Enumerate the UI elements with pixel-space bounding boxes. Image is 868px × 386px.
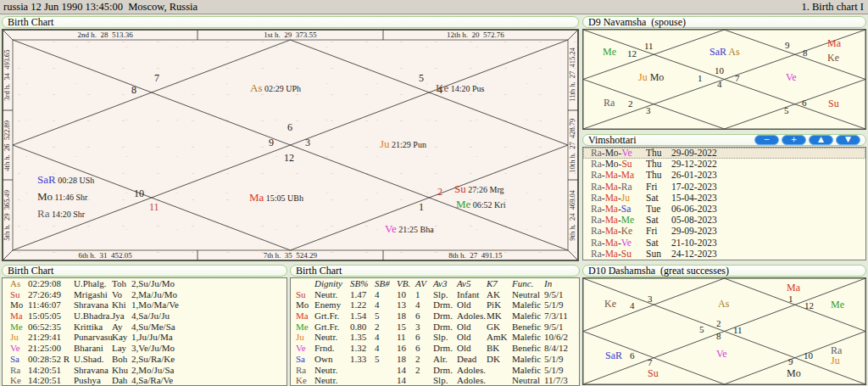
dasha-row[interactable]: Ra-Ma-SuSun24-12-2023 bbox=[583, 249, 865, 260]
planet-abbr-su: Su bbox=[10, 289, 20, 300]
table-cell: 21:29:41 bbox=[28, 332, 61, 343]
table-cell: 21:25:00 bbox=[28, 343, 61, 354]
dasha-lords: Ra-Ma-Ke bbox=[591, 226, 632, 237]
dasha-minus-button[interactable]: − bbox=[754, 135, 779, 145]
rasi-chart[interactable]: 2nd h. 28 513.361st h. 29 373.5512th h. … bbox=[2, 29, 579, 261]
planet-label: Su bbox=[828, 97, 839, 109]
planet-label: Ju bbox=[831, 354, 840, 366]
column-header: AV bbox=[415, 278, 426, 289]
table-cell: 1.33 bbox=[350, 354, 366, 365]
dasha-weekday: Sat bbox=[646, 215, 659, 226]
house-number: 2 bbox=[716, 318, 721, 328]
planet-abbr-ju: Ju bbox=[10, 332, 19, 343]
table-cell: 15 bbox=[397, 322, 406, 333]
planet-abbr-sa: Sa bbox=[10, 354, 19, 365]
table-cell: GK bbox=[487, 322, 500, 333]
table-cell: Bharani bbox=[74, 343, 103, 354]
table-cell: 1.22 bbox=[350, 299, 366, 310]
table-cell: Dead bbox=[457, 354, 476, 365]
table-cell: Old bbox=[457, 332, 471, 343]
table-row: JuNeutr.1.354116Slp.OldAmKMalefic10/6/2 bbox=[291, 332, 579, 343]
dasha-lords: Ra-Ma-Su bbox=[591, 249, 632, 260]
planet-label: Ju Mo bbox=[638, 70, 664, 83]
house-number: 6 bbox=[287, 122, 292, 132]
dasha-list[interactable]: Ra-Mo-VeThu29-09-2022Ra-Mo-SuThu29-12-20… bbox=[582, 147, 866, 260]
panel-title: Birth Chart bbox=[8, 266, 53, 276]
table-cell: Drm. bbox=[433, 343, 453, 354]
planet-label: Ma bbox=[827, 36, 841, 49]
table-cell: Lay bbox=[112, 343, 126, 354]
table-cell: 1.32 bbox=[350, 343, 366, 354]
title-bar: russia 12 Jun 1990 13:45:00 Moscow, Russ… bbox=[0, 0, 868, 14]
planet-abbr-me: Me bbox=[831, 299, 844, 310]
planet-label: Ju 21:29 Pun bbox=[380, 137, 426, 150]
table-row: MaGrt.Fr.1.545186Drm.Adoles.MKMalefic7/3… bbox=[291, 310, 579, 322]
dasha-row[interactable]: Ra-Ma-JuSat15-04-2023 bbox=[583, 193, 865, 204]
table-cell: PiK bbox=[487, 299, 501, 310]
planet-label: SaR 00:28 USh bbox=[37, 173, 94, 186]
planet-abbr-ke: Ke bbox=[827, 52, 839, 64]
table-cell: MK bbox=[487, 310, 502, 322]
column-header: Av3 bbox=[433, 278, 448, 289]
dasha-row[interactable]: Ra-Ma-RaFri17-02-2023 bbox=[583, 182, 865, 193]
table-row: MeGrt.Fr.0.802153Drm.OldGKBenefic9/5/1 bbox=[291, 322, 579, 333]
planet-detail: 15:05 UBh bbox=[264, 193, 303, 203]
table-cell: 9/5/1 bbox=[544, 322, 564, 333]
table-cell: 9/5/1 bbox=[544, 289, 564, 300]
dashamsha-chart[interactable]: 431125211867910KeAsMaMeSaRSuVeRaJuMo bbox=[582, 277, 866, 385]
house-strength-label: 6th h. 31 452.05 bbox=[13, 250, 198, 260]
table-cell: 14:20:51 bbox=[28, 365, 61, 376]
dasha-row[interactable]: Ra-Ma-MeSat05-08-2023 bbox=[583, 215, 865, 226]
dasha-date: 15-04-2023 bbox=[671, 193, 717, 204]
panel-header-d10: D10 Dashamsha (great successes) bbox=[582, 265, 866, 277]
planet-abbr-ve: Ve bbox=[716, 348, 727, 360]
dasha-row[interactable]: Ra-Ma-MaThu26-01-2023 bbox=[583, 170, 865, 181]
house-number: 3 bbox=[648, 294, 653, 304]
dasha-row[interactable]: Ra-Mo-SuThu29-12-2022 bbox=[583, 159, 865, 170]
dasha-row[interactable]: Ra-Ma-VeSat21-10-2023 bbox=[583, 238, 865, 249]
table-cell: 14:20:51 bbox=[28, 375, 61, 386]
navamsha-chart[interactable]: 121198110472356MeSaR AsMaKeJu MoVeRaSu bbox=[582, 29, 866, 130]
dasha-row[interactable]: Ra-Ma-SaTue06-06-2023 bbox=[583, 204, 865, 215]
table-cell: AmK bbox=[487, 332, 507, 343]
table-cell: Malefic bbox=[512, 332, 541, 343]
table-cell: U.Bhadra. bbox=[74, 310, 112, 322]
planet-abbr-me: Me bbox=[10, 322, 23, 333]
planet-abbr-as: As bbox=[726, 46, 740, 58]
house-number: 1 bbox=[698, 73, 703, 83]
dasha-row[interactable]: Ra-Mo-VeThu29-09-2022 bbox=[583, 148, 865, 159]
house-strength-band-left: 3rd h. 34 493.654th h. 26 522.895th h. 2… bbox=[3, 40, 13, 250]
table-cell: Drm. bbox=[433, 299, 453, 310]
dasha-date: 21-10-2023 bbox=[671, 238, 717, 249]
table-row: Mo11:46:07ShravanaKhi1,Mo/Ma/Ve bbox=[3, 299, 287, 310]
dasha-up-button[interactable]: ▲ bbox=[809, 135, 833, 145]
house-number: 10 bbox=[715, 65, 724, 76]
house-number: 9 bbox=[785, 40, 790, 50]
birth-data-text: russia 12 Jun 1990 13:45:00 Moscow, Russ… bbox=[3, 0, 198, 14]
positions-table-panel: Birth Chart As02:29:08U.Phalg.Toh2,Su/Ju… bbox=[2, 265, 287, 386]
planet-detail: 14:20 Shr bbox=[49, 210, 85, 219]
planet-abbr-mo: Mo bbox=[787, 367, 801, 379]
dasha-weekday: Thu bbox=[646, 159, 662, 170]
table-cell: Neutr. bbox=[314, 375, 337, 386]
table-cell: 2,Mo/Ju/Sa bbox=[131, 365, 174, 376]
planet-detail: 11:46 Shr bbox=[53, 193, 87, 202]
table-cell: Grt.Fr. bbox=[314, 310, 339, 322]
dasha-row[interactable]: Ra-Ma-KeFri29-09-2023 bbox=[583, 226, 865, 237]
table-cell: 1,Ju/Ju/Ma bbox=[131, 332, 173, 343]
table-cell: 2 bbox=[375, 322, 380, 333]
planet-abbr-sar: SaR bbox=[605, 350, 622, 361]
dasha-plus-button[interactable]: + bbox=[782, 135, 806, 145]
dasha-down-button[interactable]: ▼ bbox=[836, 135, 860, 145]
house-number: 9 bbox=[269, 137, 274, 148]
dasha-lords: Ra-Mo-Ve bbox=[591, 148, 632, 159]
table-cell: Shravana bbox=[74, 299, 108, 310]
planet-abbr-sar: SaR bbox=[37, 173, 56, 186]
table-row: Su27:26:49MrigashiVo2,Ma/Ju/Mo bbox=[3, 289, 287, 300]
planet-label: Su 27:26 Mrg bbox=[454, 182, 504, 195]
panel-header-birth-chart: Birth Chart bbox=[2, 16, 579, 28]
dasha-date: 05-08-2023 bbox=[671, 215, 717, 226]
table-cell: 5/1/9 bbox=[544, 299, 564, 310]
house-number: 8 bbox=[716, 331, 721, 341]
table-cell: BK bbox=[487, 343, 499, 354]
